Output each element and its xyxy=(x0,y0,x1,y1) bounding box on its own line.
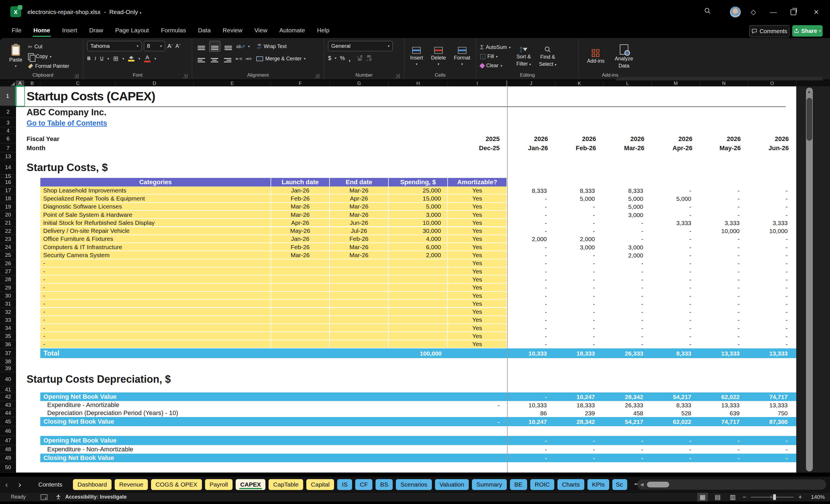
company-name[interactable]: ABC Company Inc. xyxy=(27,106,284,118)
column-header-H[interactable]: H xyxy=(389,81,448,86)
table-row-month-value[interactable]: - xyxy=(604,219,643,227)
table-row-month-value[interactable]: 2,000 xyxy=(555,235,595,243)
table-row-spending[interactable]: 15,000 xyxy=(389,194,448,202)
table-row-launch[interactable] xyxy=(271,267,330,276)
table-row-launch[interactable]: Feb-26 xyxy=(271,194,330,202)
increase-indent-icon[interactable]: ⇥≡ xyxy=(245,56,252,62)
table-row-month-value[interactable]: - xyxy=(604,276,643,283)
align-center-button[interactable] xyxy=(210,54,220,64)
increase-decimal-button[interactable]: ←.0.00 xyxy=(356,55,362,61)
table-row-month-value[interactable]: - xyxy=(604,227,643,235)
table-row-month-value[interactable]: - xyxy=(700,187,740,194)
dep-month-value[interactable]: - xyxy=(652,454,691,462)
table-row-end[interactable]: Mar-26 xyxy=(330,211,389,219)
dep-month-value[interactable]: 10,247 xyxy=(555,392,595,401)
table-row-spending[interactable] xyxy=(389,259,448,267)
zoom-slider-thumb[interactable] xyxy=(773,494,776,500)
table-row-month-value[interactable]: - xyxy=(748,284,788,292)
table-row-amortizable[interactable]: Yes xyxy=(448,284,507,292)
row-header-29[interactable]: 29 xyxy=(0,284,16,292)
row-header-50[interactable]: 50 xyxy=(0,462,16,473)
dep-month-value[interactable]: 10,247 xyxy=(507,417,547,426)
table-row-amortizable[interactable]: Yes xyxy=(448,276,507,283)
row-header-28[interactable]: 28 xyxy=(0,276,16,283)
dep-month-value[interactable]: - xyxy=(652,445,691,454)
row-header-13[interactable]: 13 xyxy=(0,153,16,160)
table-row-end[interactable]: Jun-26 xyxy=(330,219,389,227)
fiscal-year-value[interactable]: 2026 xyxy=(507,134,548,144)
total-month-value[interactable]: 13,333 xyxy=(700,348,740,358)
table-row-month-value[interactable]: - xyxy=(700,267,740,276)
dep-month-value[interactable]: 458 xyxy=(604,409,643,417)
column-header-I[interactable]: I xyxy=(448,81,507,86)
row-header-18[interactable]: 18 xyxy=(0,194,16,202)
dep-month-value[interactable]: - xyxy=(555,436,595,445)
table-row-end[interactable]: Mar-26 xyxy=(330,251,389,259)
percent-format-button[interactable]: % xyxy=(340,55,345,62)
table-row-end[interactable] xyxy=(330,324,389,332)
row-header-47[interactable]: 47 xyxy=(0,436,16,445)
table-row-spending[interactable]: 10,000 xyxy=(389,219,448,227)
row-header-1[interactable]: 1 xyxy=(0,86,16,106)
zoom-level[interactable]: 140% xyxy=(806,494,825,500)
table-row-spending[interactable]: 3,000 xyxy=(389,211,448,219)
sheet-title[interactable]: Startup Costs (CAPEX) xyxy=(27,88,370,105)
table-row-month-value[interactable]: - xyxy=(652,203,691,211)
dep-month-value[interactable]: - xyxy=(652,436,691,445)
section-startup-costs[interactable]: Startup Costs, $ xyxy=(27,160,255,175)
dep-month-value[interactable]: 62,022 xyxy=(700,392,740,401)
sheet-tab-capex[interactable]: CAPEX xyxy=(236,479,265,490)
table-row-month-value[interactable]: - xyxy=(555,324,595,332)
table-row-launch[interactable] xyxy=(271,284,330,292)
table-row-amortizable[interactable]: Yes xyxy=(448,211,507,219)
month-value[interactable]: Dec-25 xyxy=(448,144,500,153)
table-row-end[interactable]: Feb-26 xyxy=(330,235,389,243)
table-row-month-value[interactable]: - xyxy=(748,235,788,243)
dep-row-label[interactable]: Closing Net Book Value xyxy=(43,454,244,462)
select-all-corner[interactable] xyxy=(0,81,16,86)
table-row-month-value[interactable]: - xyxy=(748,292,788,300)
table-row-end[interactable] xyxy=(330,332,389,340)
table-row-amortizable[interactable]: Yes xyxy=(448,243,507,251)
dep-col-i-value[interactable]: - xyxy=(448,417,500,426)
table-row-month-value[interactable]: - xyxy=(700,194,740,202)
table-row-launch[interactable] xyxy=(271,340,330,348)
column-header-J[interactable]: J xyxy=(507,81,555,86)
table-row-month-value[interactable]: - xyxy=(604,267,643,276)
scroll-left-icon[interactable]: ◀ xyxy=(640,482,643,487)
sheet-tab-contents[interactable]: Contents xyxy=(31,479,70,490)
table-row-month-value[interactable]: - xyxy=(652,324,691,332)
dep-month-value[interactable]: - xyxy=(507,392,547,401)
table-header-2[interactable]: End date xyxy=(330,178,389,187)
dep-month-value[interactable]: 74,717 xyxy=(700,417,740,426)
table-row-launch[interactable] xyxy=(271,308,330,316)
table-row-amortizable[interactable]: Yes xyxy=(448,259,507,267)
font-size-select[interactable]: 8▾ xyxy=(144,41,165,51)
table-row-spending[interactable] xyxy=(389,316,448,324)
scroll-up-icon[interactable]: ▲ xyxy=(807,89,811,94)
table-row-month-value[interactable]: 3,000 xyxy=(555,243,595,251)
row-header-35[interactable]: 35 xyxy=(0,332,16,340)
menu-tab-data[interactable]: Data xyxy=(192,24,217,38)
dep-month-value[interactable]: 74,717 xyxy=(748,392,788,401)
dep-row-label[interactable]: Opening Net Book Value xyxy=(43,392,244,401)
sheet-tab-summary[interactable]: Summary xyxy=(472,479,507,490)
table-row-spending[interactable] xyxy=(389,267,448,276)
table-row-category[interactable]: Initial Stock for Refurbished Sales Disp… xyxy=(40,219,271,227)
borders-icon[interactable]: ⊞ xyxy=(113,55,118,62)
fiscal-year-label[interactable]: Fiscal Year xyxy=(27,134,141,144)
table-row-month-value[interactable]: - xyxy=(604,259,643,267)
table-row-amortizable[interactable]: Yes xyxy=(448,340,507,348)
column-header-G[interactable]: G xyxy=(330,81,389,86)
dep-month-value[interactable]: - xyxy=(748,454,788,462)
table-row-month-value[interactable]: - xyxy=(507,227,547,235)
row-header-25[interactable]: 25 xyxy=(0,251,16,259)
table-row-month-value[interactable]: - xyxy=(555,308,595,316)
find-select-button[interactable]: Find & Select ▾ xyxy=(537,41,559,72)
table-row-spending[interactable] xyxy=(389,332,448,340)
format-cells-button[interactable]: Format▾ xyxy=(452,41,473,72)
table-row-spending[interactable]: 30,000 xyxy=(389,227,448,235)
font-color-chevron-icon[interactable]: ▾ xyxy=(154,57,156,61)
column-header-C[interactable]: C xyxy=(40,81,116,86)
font-launcher-icon[interactable]: ↘ xyxy=(183,73,187,78)
